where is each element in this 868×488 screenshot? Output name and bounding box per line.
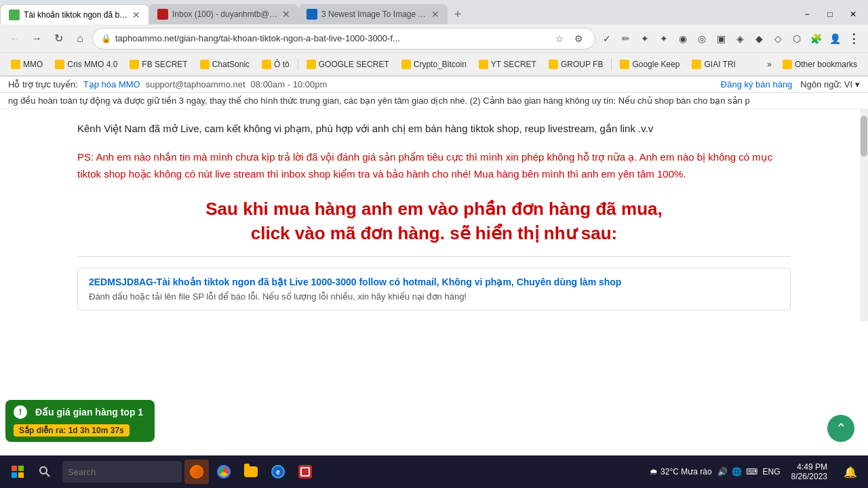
bookmark-fb[interactable]: FB SECRET: [124, 58, 193, 70]
notice-text: ng đều hoàn toàn tự động và được giữ tiề…: [8, 96, 750, 106]
bookmark-google[interactable]: GOOGLE SECRET: [301, 58, 395, 70]
system-icon-3[interactable]: ⌨: [746, 467, 757, 476]
tab-close-1[interactable]: ✕: [132, 9, 140, 20]
order-box: 2EDMSJD8AG-Tài khoản tiktok ngon đã bật …: [77, 268, 791, 310]
home-button[interactable]: ⌂: [71, 29, 90, 48]
tab-title-1: Tài khoản tiktok ngon đã bật Liv...: [24, 10, 128, 20]
tab-2[interactable]: Inbox (100) - duyanhmtb@gmai... ✕: [149, 4, 298, 24]
bookmark-label-oto: Ô tô: [274, 60, 290, 69]
taskbar-search-input[interactable]: [68, 467, 176, 477]
minimize-button[interactable]: −: [797, 5, 816, 24]
content-divider: [77, 256, 791, 257]
language-selector[interactable]: Ngôn ngữ: VI ▾: [800, 79, 860, 89]
more-button[interactable]: ⋮: [845, 30, 863, 47]
taskbar-right: 🌧 32°C Mưa rào 🔊 🌐 ⌨ ENG 4:49 PM 8/26/20…: [650, 460, 863, 484]
bookmark-giai[interactable]: GIAI TRI: [686, 58, 741, 70]
extension-icon-6[interactable]: ◎: [693, 30, 711, 47]
tune-icon[interactable]: ⚙: [570, 30, 587, 47]
bookmarks-more-button[interactable]: »: [763, 58, 776, 70]
svg-line-5: [46, 473, 50, 476]
heading-line1: Sau khi mua hàng anh em vào phần đơn hàn…: [77, 197, 791, 221]
info-left: Hỗ trợ trực tuyến: Tạp hóa MMO support@t…: [8, 79, 327, 89]
bookmark-label-giai: GIAI TRI: [704, 60, 735, 69]
taskbar-language[interactable]: ENG: [763, 467, 781, 476]
extension-icon-8[interactable]: ◈: [731, 30, 749, 47]
extension-icon-4[interactable]: ✦: [655, 30, 673, 47]
bookmark-star-icon[interactable]: ☆: [551, 30, 568, 47]
bookmark-label-google: GOOGLE SECRET: [319, 60, 389, 69]
extension-icon-5[interactable]: ◉: [674, 30, 692, 47]
taskbar-browser-icon[interactable]: e: [266, 460, 290, 484]
bookmark-label-other: Other bookmarks: [795, 60, 857, 69]
auction-title: Đấu giá gian hàng top 1: [35, 407, 143, 418]
bookmark-group[interactable]: GROUP FB: [543, 58, 608, 70]
folder-icon-other: [783, 60, 792, 69]
info-right: Đăng ký bán hàng Ngôn ngữ: VI ▾: [721, 79, 860, 89]
maximize-button[interactable]: □: [821, 5, 840, 24]
warning-text: PS: Anh em nào nhắn tin mà mình chưa kịp…: [77, 148, 791, 183]
auction-countdown-value: 1d 3h 10m 37s: [68, 426, 124, 435]
scroll-to-top-button[interactable]: ⌃: [827, 415, 854, 442]
clock-date: 8/26/2023: [791, 472, 827, 481]
bookmark-crypto[interactable]: Crypto_Bitcoin: [396, 58, 472, 70]
taskbar-clock[interactable]: 4:49 PM 8/26/2023: [786, 462, 833, 481]
bookmark-label-yt: YT SECRET: [491, 60, 536, 69]
extension-icon-9[interactable]: ◆: [750, 30, 768, 47]
auction-badge[interactable]: ! Đấu giá gian hàng top 1 Sắp diễn ra: 1…: [5, 400, 155, 442]
new-tab-button[interactable]: +: [448, 4, 468, 24]
order-title[interactable]: 2EDMSJD8AG-Tài khoản tiktok ngon đã bật …: [89, 277, 779, 287]
tab-close-2[interactable]: ✕: [282, 9, 290, 20]
folder-icon-giai: [692, 60, 701, 69]
tab-3[interactable]: 3 Newest Image To Image AI too... ✕: [298, 4, 448, 24]
system-icon-2[interactable]: 🌐: [732, 467, 742, 476]
tab-active[interactable]: Tài khoản tiktok ngon đã bật Liv... ✕: [0, 4, 149, 24]
extension-icon-7[interactable]: ▣: [712, 30, 730, 47]
system-icon-1[interactable]: 🔊: [717, 467, 728, 476]
tab-close-3[interactable]: ✕: [431, 9, 439, 20]
back-button[interactable]: ←: [5, 29, 24, 48]
url-bar[interactable]: 🔒 taphoammo.net/gian-hang/tai-khoan-tikt…: [92, 28, 595, 49]
start-button[interactable]: [5, 460, 30, 484]
taskbar-folder-icon[interactable]: [239, 460, 263, 484]
tab-title-3: 3 Newest Image To Image AI too...: [321, 9, 427, 19]
taskbar-search-button[interactable]: [33, 460, 57, 484]
scrollbar[interactable]: [860, 109, 868, 321]
extension-icon-10[interactable]: ◇: [769, 30, 787, 47]
bookmarks-bar: MMO Cris MMO 4.0 FB SECRET ChatSonic Ô t…: [0, 53, 868, 76]
extension-icon-2[interactable]: ✏: [617, 30, 635, 47]
forward-button[interactable]: →: [27, 29, 46, 48]
taskbar-firefox-icon[interactable]: [184, 460, 209, 484]
refresh-button[interactable]: ↻: [49, 29, 68, 48]
bookmark-other[interactable]: Other bookmarks: [777, 58, 863, 70]
main-content: Kênh Việt Nam đã mở Live, cam kết không …: [0, 109, 868, 321]
bookmark-cris[interactable]: Cris MMO 4.0: [50, 58, 123, 70]
puzzle-icon[interactable]: 🧩: [807, 30, 825, 47]
notification-button[interactable]: 🔔: [838, 460, 863, 484]
url-icons: ☆ ⚙: [551, 30, 587, 47]
taskbar-system-icons: 🔊 🌐 ⌨: [717, 467, 757, 476]
auction-icon: !: [14, 405, 27, 419]
bookmark-mmo[interactable]: MMO: [5, 58, 48, 70]
auction-countdown: Sắp diễn ra: 1d 3h 10m 37s: [14, 424, 130, 436]
folder-icon-fb: [130, 60, 139, 69]
clock-time: 4:49 PM: [791, 462, 827, 472]
extension-icon-1[interactable]: ✓: [598, 30, 616, 47]
bookmark-yt[interactable]: YT SECRET: [473, 58, 542, 70]
close-button[interactable]: ✕: [844, 5, 863, 24]
taskbar-search-box[interactable]: [62, 461, 182, 483]
tab-favicon-2: [157, 9, 168, 20]
extension-icon-11[interactable]: ⬡: [788, 30, 806, 47]
shop-name-link[interactable]: Tạp hóa MMO: [83, 79, 140, 89]
profile-icon[interactable]: 👤: [826, 30, 844, 47]
folder-icon-keep: [620, 60, 629, 69]
folder-icon-yt: [479, 60, 488, 69]
register-link[interactable]: Đăng ký bán hàng: [721, 79, 793, 89]
extension-icon-3[interactable]: ✦: [636, 30, 654, 47]
taskbar-app-icon-red[interactable]: [293, 460, 317, 484]
bookmark-keep[interactable]: Google Keep: [614, 58, 685, 70]
bookmark-chat[interactable]: ChatSonic: [195, 58, 255, 70]
taskbar-chrome-icon[interactable]: [212, 460, 236, 484]
bookmark-oto[interactable]: Ô tô: [256, 58, 295, 70]
scrollbar-thumb[interactable]: [861, 116, 867, 157]
auction-time-label: Sắp diễn ra:: [19, 426, 66, 435]
